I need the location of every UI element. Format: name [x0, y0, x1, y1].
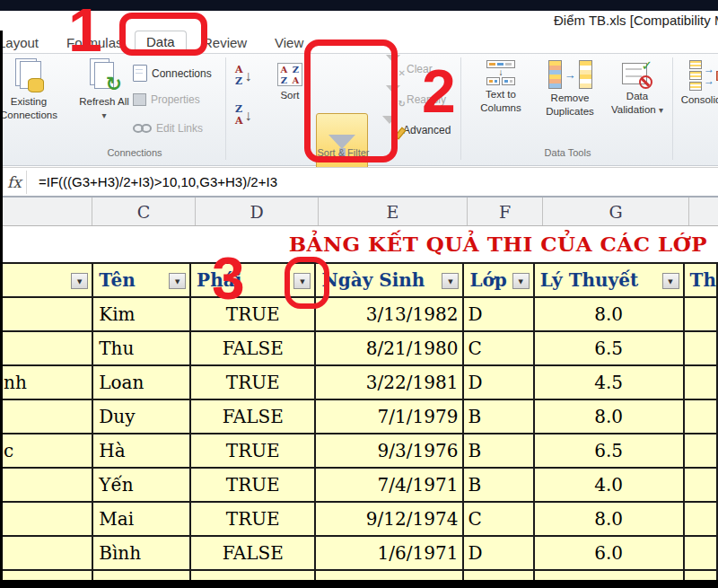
cell-spill[interactable] [1, 536, 92, 570]
cell-ly-thuyet[interactable]: 6.5 [534, 331, 684, 365]
cell-lop[interactable]: D [463, 365, 533, 399]
connections-label: Connections [152, 67, 212, 80]
cell-lop[interactable]: C [463, 331, 533, 365]
header-cell-lop[interactable]: Lớp [463, 263, 533, 297]
cell-name[interactable]: Bình [92, 536, 190, 570]
column-header-c[interactable]: C [92, 197, 196, 225]
cell-empty[interactable] [684, 365, 717, 399]
cell-ngay-sinh[interactable]: 1/6/1971 [315, 536, 463, 570]
cell-ly-thuyet[interactable]: 6.0 [534, 536, 684, 570]
column-header-e[interactable]: E [319, 197, 468, 225]
cell-phai[interactable]: FALSE [190, 399, 315, 434]
cell-phai[interactable]: TRUE [190, 365, 315, 399]
cell-ngay-sinh[interactable]: 7/4/1971 [315, 468, 463, 502]
cell-empty[interactable] [684, 468, 717, 502]
cell-ngay-sinh[interactable]: 8/21/1980 [315, 331, 463, 365]
text-to-columns-button[interactable]: ↓ Text to Columns [467, 60, 535, 115]
cell-name[interactable]: Hà [92, 434, 190, 468]
cell-spill[interactable] [1, 468, 92, 502]
tab-view[interactable]: View [269, 33, 309, 52]
column-header[interactable] [689, 197, 718, 225]
table-row: c Hà TRUE 9/3/1976 B 6.5 [1, 434, 717, 468]
header-cell-ten[interactable]: Tên [92, 263, 190, 297]
cell-lop[interactable]: B [463, 468, 533, 502]
header-cell-spill[interactable] [1, 263, 92, 297]
cell-empty[interactable] [684, 399, 717, 434]
column-header-g[interactable]: G [543, 197, 689, 225]
cell-ly-thuyet[interactable]: 6.5 [534, 434, 684, 468]
filter-dropdown-icon[interactable] [662, 273, 679, 289]
filter-dropdown-icon[interactable] [442, 273, 459, 289]
cell-lop[interactable]: C [463, 502, 533, 536]
cell-empty[interactable] [684, 434, 717, 468]
cell-spill[interactable] [1, 331, 92, 365]
edit-links-icon [133, 124, 152, 133]
cell-phai[interactable]: TRUE [190, 502, 315, 536]
cell-ngay-sinh[interactable]: 3/13/1982 [315, 297, 463, 331]
cell-lop[interactable]: B [463, 399, 533, 434]
column-header-row: C D E F G [0, 197, 718, 226]
header-cell-ngay-sinh[interactable]: Ngày Sinh [315, 263, 463, 297]
table-row: Thu FALSE 8/21/1980 C 6.5 [1, 331, 717, 365]
cell-ly-thuyet[interactable]: 4.5 [534, 365, 684, 399]
cell-name[interactable]: Thu [92, 331, 190, 365]
cell-lop[interactable]: B [463, 434, 533, 468]
filter-dropdown-icon[interactable] [71, 273, 88, 289]
cell-empty[interactable] [684, 297, 717, 331]
header-cell-th[interactable]: Th [684, 263, 717, 297]
text-to-columns-icon: ↓ [486, 60, 516, 85]
cell-empty[interactable] [684, 536, 717, 570]
title-bar: Điểm TB.xls [Compatibility Mode] [0, 11, 718, 30]
filter-dropdown-icon[interactable] [512, 273, 530, 289]
column-header-f[interactable]: F [468, 197, 543, 225]
cell-phai[interactable]: FALSE [190, 536, 315, 570]
cell-name[interactable]: Duy [92, 399, 190, 434]
column-header-d[interactable]: D [196, 197, 319, 225]
cell-name[interactable]: Yến [92, 468, 190, 502]
cell-ngay-sinh[interactable]: 9/12/1974 [315, 502, 463, 536]
cell-phai[interactable]: FALSE [190, 331, 315, 365]
cell-spill[interactable]: nh [1, 365, 92, 399]
cell-ngay-sinh[interactable]: 9/3/1976 [315, 434, 463, 468]
table-row: Duy FALSE 7/1/1979 B 8.0 [1, 399, 717, 434]
properties-button[interactable]: Properties [133, 93, 200, 106]
cell-empty[interactable] [684, 502, 717, 536]
cell-spill[interactable] [1, 399, 92, 434]
edit-links-button[interactable]: Edit Links [133, 122, 203, 135]
cell-ngay-sinh[interactable]: 7/1/1979 [315, 399, 463, 434]
cell-ly-thuyet[interactable]: 8.0 [534, 502, 684, 536]
sort-descending-button[interactable]: ZA ↓ [235, 104, 252, 127]
table-row: nh Loan TRUE 3/22/1981 D 4.5 [1, 365, 717, 399]
cell-spill[interactable] [1, 297, 92, 331]
connections-button[interactable]: Connections [133, 65, 212, 82]
consolidate-button[interactable]: →→ Consolidate [677, 60, 718, 107]
cell-name[interactable]: Kim [92, 297, 190, 331]
remove-duplicates-button[interactable]: → Remove Duplicates [537, 60, 603, 118]
refresh-arrow-icon: ↻ [106, 75, 122, 94]
cell-ly-thuyet[interactable]: 8.0 [534, 399, 684, 434]
filter-dropdown-icon[interactable] [169, 273, 186, 289]
tab-layout[interactable]: Layout [0, 33, 44, 52]
cell-ly-thuyet[interactable]: 8.0 [534, 297, 684, 331]
cell-spill[interactable]: c [1, 434, 92, 468]
cell-empty[interactable] [684, 331, 717, 365]
formula-input[interactable]: =IF(((G3+H3)/2+I3)>10,10,G3+H3)/2+I3 [39, 174, 277, 189]
cell-phai[interactable]: TRUE [190, 468, 315, 502]
window-top-edge [0, 0, 718, 11]
annotation-circle-filter [304, 39, 398, 162]
cell-ly-thuyet[interactable]: 4.0 [534, 468, 684, 502]
cell-name[interactable]: Mai [92, 502, 190, 536]
refresh-all-button[interactable]: ↻ Refresh All [79, 58, 129, 122]
cell-lop[interactable]: D [463, 536, 533, 570]
cell-ngay-sinh[interactable]: 3/22/1981 [315, 365, 463, 399]
cell-spill[interactable] [1, 502, 92, 536]
cell-lop[interactable]: D [463, 297, 533, 331]
existing-connections-button[interactable]: Existing Connections [0, 58, 70, 122]
column-header[interactable] [0, 197, 92, 225]
cell-phai[interactable]: TRUE [190, 434, 315, 468]
cell-name[interactable]: Loan [92, 365, 190, 399]
data-validation-button[interactable]: ✓ Data Validation [605, 60, 670, 117]
dropdown-arrow-icon [101, 110, 106, 120]
header-cell-ly-thuyet[interactable]: Lý Thuyết [534, 263, 684, 297]
sort-ascending-button[interactable]: AZ ↓ [235, 65, 252, 87]
